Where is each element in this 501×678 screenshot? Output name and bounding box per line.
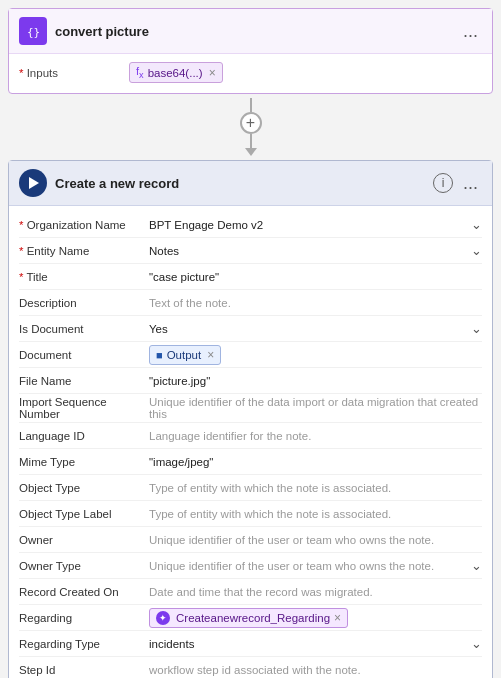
regarding-tag-close-icon[interactable]: × [334, 611, 341, 625]
add-step-button[interactable]: + [240, 112, 262, 134]
regarding-icon: ✦ [156, 611, 170, 625]
record-created-value[interactable]: Date and time that the record was migrat… [149, 586, 482, 598]
convert-picture-card: {} convert picture ... Inputs fx base64(… [8, 8, 493, 94]
chevron-down-icon4: ⌄ [471, 558, 482, 573]
object-type-row: Object Type Type of entity with which th… [19, 475, 482, 501]
language-id-row: Language ID Language identifier for the … [19, 423, 482, 449]
import-seq-value[interactable]: Unique identifier of the data import or … [149, 396, 482, 420]
connector-line-bottom [250, 134, 252, 148]
chevron-down-icon5: ⌄ [471, 636, 482, 651]
file-name-value[interactable]: "picture.jpg" [149, 375, 482, 387]
inputs-tag[interactable]: fx base64(...) × [129, 62, 223, 83]
owner-label: Owner [19, 534, 149, 546]
org-name-value[interactable]: BPT Engage Demo v2 ⌄ [149, 217, 482, 232]
svg-text:{}: {} [27, 26, 40, 39]
import-seq-row: Import Sequence Number Unique identifier… [19, 394, 482, 423]
regarding-label: Regarding [19, 612, 149, 624]
is-document-value[interactable]: Yes ⌄ [149, 321, 482, 336]
convert-card-title: convert picture [55, 24, 459, 39]
document-tag-close-icon[interactable]: × [207, 348, 214, 362]
create-record-card: Create a new record i ... Organization N… [8, 160, 493, 678]
owner-value[interactable]: Unique identifier of the user or team wh… [149, 534, 482, 546]
is-document-text: Yes [149, 323, 467, 335]
tag-label: base64(...) [148, 67, 203, 79]
connector-line-top [250, 98, 252, 112]
create-more-button[interactable]: ... [459, 174, 482, 192]
title-value[interactable]: "case picture" [149, 271, 482, 283]
file-name-label: File Name [19, 375, 149, 387]
mime-type-row: Mime Type "image/jpeg" [19, 449, 482, 475]
regarding-type-label: Regarding Type [19, 638, 149, 650]
regarding-value: ✦ Createanewrecord_Regarding × [149, 608, 482, 628]
arrow-icon [245, 148, 257, 156]
step-id-label: Step Id [19, 664, 149, 676]
chevron-down-icon: ⌄ [471, 217, 482, 232]
inputs-row: Inputs fx base64(...) × [19, 62, 482, 83]
play-icon [25, 175, 41, 191]
mime-type-value[interactable]: "image/jpeg" [149, 456, 482, 468]
description-row: Description Text of the note. [19, 290, 482, 316]
object-type-label-label: Object Type Label [19, 508, 149, 520]
plus-icon: + [246, 114, 255, 132]
regarding-type-text: incidents [149, 638, 467, 650]
chevron-down-icon3: ⌄ [471, 321, 482, 336]
entity-name-text: Notes [149, 245, 467, 257]
org-name-label: Organization Name [19, 219, 149, 231]
tag-close-icon[interactable]: × [209, 66, 216, 80]
entity-name-row: Entity Name Notes ⌄ [19, 238, 482, 264]
org-name-row: Organization Name BPT Engage Demo v2 ⌄ [19, 212, 482, 238]
owner-type-label: Owner Type [19, 560, 149, 572]
owner-row: Owner Unique identifier of the user or t… [19, 527, 482, 553]
owner-type-row: Owner Type Unique identifier of the user… [19, 553, 482, 579]
object-type-label: Object Type [19, 482, 149, 494]
description-value[interactable]: Text of the note. [149, 297, 482, 309]
create-card-title: Create a new record [55, 176, 433, 191]
mime-type-label: Mime Type [19, 456, 149, 468]
connector: + [240, 94, 262, 160]
regarding-tag[interactable]: ✦ Createanewrecord_Regarding × [149, 608, 348, 628]
entity-name-value[interactable]: Notes ⌄ [149, 243, 482, 258]
step-id-value[interactable]: workflow step id associated with the not… [149, 664, 482, 676]
owner-type-text: Unique identifier of the user or team wh… [149, 560, 467, 572]
is-document-label: Is Document [19, 323, 149, 335]
regarding-tag-text: Createanewrecord_Regarding [176, 612, 330, 624]
fx-icon: fx [136, 65, 144, 80]
description-label: Description [19, 297, 149, 309]
object-type-label-row: Object Type Label Type of entity with wh… [19, 501, 482, 527]
title-label: Title [19, 271, 149, 283]
convert-card-header: {} convert picture ... [9, 9, 492, 54]
object-type-value[interactable]: Type of entity with which the note is as… [149, 482, 482, 494]
svg-marker-1 [29, 177, 39, 189]
create-card-header: Create a new record i ... [9, 161, 492, 206]
info-button[interactable]: i [433, 173, 453, 193]
org-name-text: BPT Engage Demo v2 [149, 219, 467, 231]
is-document-row: Is Document Yes ⌄ [19, 316, 482, 342]
convert-more-button[interactable]: ... [459, 22, 482, 40]
record-created-label: Record Created On [19, 586, 149, 598]
output-icon: ■ [156, 349, 163, 361]
owner-type-value[interactable]: Unique identifier of the user or team wh… [149, 558, 482, 573]
regarding-type-row: Regarding Type incidents ⌄ [19, 631, 482, 657]
code-icon: {} [25, 23, 41, 39]
object-type-label-value[interactable]: Type of entity with which the note is as… [149, 508, 482, 520]
import-seq-label: Import Sequence Number [19, 396, 149, 420]
step-id-row: Step Id workflow step id associated with… [19, 657, 482, 678]
language-id-value[interactable]: Language identifier for the note. [149, 430, 482, 442]
document-row: Document ■ Output × [19, 342, 482, 368]
entity-name-label: Entity Name [19, 245, 149, 257]
convert-card-body: Inputs fx base64(...) × [9, 54, 492, 93]
regarding-row: Regarding ✦ Createanewrecord_Regarding × [19, 605, 482, 631]
document-value: ■ Output × [149, 345, 482, 365]
create-card-body: Organization Name BPT Engage Demo v2 ⌄ E… [9, 206, 492, 678]
convert-icon-box: {} [19, 17, 47, 45]
chevron-down-icon2: ⌄ [471, 243, 482, 258]
language-id-label: Language ID [19, 430, 149, 442]
inputs-label: Inputs [19, 67, 129, 79]
document-tag[interactable]: ■ Output × [149, 345, 221, 365]
document-tag-text: Output [167, 349, 202, 361]
document-label: Document [19, 349, 149, 361]
title-row: Title "case picture" [19, 264, 482, 290]
create-icon-box [19, 169, 47, 197]
file-name-row: File Name "picture.jpg" [19, 368, 482, 394]
regarding-type-value[interactable]: incidents ⌄ [149, 636, 482, 651]
